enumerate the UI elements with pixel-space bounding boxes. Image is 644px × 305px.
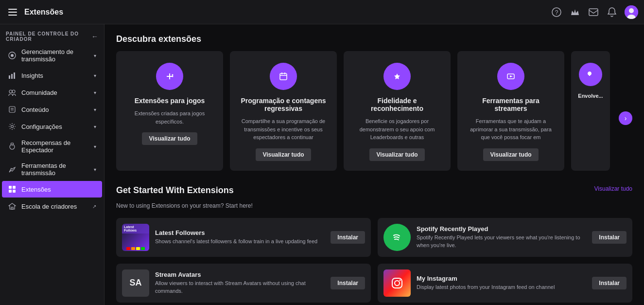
schedule-view-all-button[interactable]: Visualizar tudo [256, 148, 311, 161]
sidebar-item-viewer-rewards[interactable]: Recompensas de Espectador ▾ [2, 135, 102, 158]
stream-tools-icon [8, 165, 17, 174]
games-icon [156, 63, 183, 90]
games-card-title: Extensões para jogos [135, 97, 205, 105]
mail-icon[interactable] [588, 6, 599, 18]
sidebar-item-label: Gerenciamento de transmissão [21, 48, 89, 63]
avatar[interactable] [625, 5, 638, 19]
sidebar-item-community[interactable]: Comunidade ▾ [2, 84, 102, 101]
loyalty-view-all-button[interactable]: Visualizar tudo [369, 148, 424, 161]
stream-avatars-thumb: SA [122, 269, 149, 297]
sidebar-item-label: Insights [21, 72, 89, 79]
engage-icon [579, 63, 602, 86]
sidebar-item-label: Conteúdo [21, 106, 89, 113]
svg-point-28 [277, 70, 290, 83]
stream-avatars-desc: Allow viewers to interact with Stream Av… [155, 280, 325, 295]
svg-point-8 [11, 54, 14, 57]
spotify-thumb [383, 224, 411, 251]
chevron-down-icon: ▾ [94, 90, 96, 95]
svg-rect-21 [13, 186, 16, 189]
spotify-name: Spotify Recently Played [417, 225, 586, 233]
sidebar-collapse-button[interactable]: ← [91, 33, 98, 40]
latest-followers-info: Latest Followers Shows channel's latest … [155, 229, 325, 245]
svg-text:?: ? [555, 9, 558, 16]
insights-icon [8, 71, 17, 80]
latest-followers-desc: Shows channel's latest followers & follo… [155, 238, 325, 245]
sidebar-item-extensions[interactable]: Extensões [2, 181, 102, 197]
stream-management-icon [8, 51, 17, 60]
latest-followers-name: Latest Followers [155, 229, 325, 236]
content-icon [8, 105, 17, 114]
sidebar-item-label: Configurações [21, 123, 89, 130]
topbar: Extensões ? [0, 0, 644, 24]
chevron-down-icon: ▾ [94, 107, 96, 112]
get-started-subtitle: New to using Extensions on your stream? … [116, 202, 253, 209]
sidebar-item-label: Recompensas de Espectador [21, 139, 89, 154]
extension-list: Latest Follows Latest Followers Shows ch… [116, 218, 632, 303]
chevron-down-icon: ▾ [94, 73, 96, 78]
sidebar-item-content[interactable]: Conteúdo ▾ [2, 101, 102, 118]
sidebar-item-stream-management[interactable]: Gerenciamento de transmissão ▾ [2, 44, 102, 67]
viewer-rewards-icon [8, 142, 17, 151]
instagram-thumb [383, 269, 411, 297]
scroll-right-button[interactable]: › [619, 111, 632, 125]
sidebar-item-label: Extensões [21, 186, 96, 193]
discover-section: Descubra extensões Extensões para jogos … [116, 34, 632, 185]
get-started-view-all-link[interactable]: Visualizar tudo [594, 185, 633, 192]
stream-avatars-install-button[interactable]: Instalar [331, 277, 365, 289]
sidebar-item-stream-tools[interactable]: Ferramentas de transmissão ▾ [2, 158, 102, 180]
list-item-latest-followers: Latest Follows Latest Followers Shows ch… [116, 218, 371, 257]
streamer-tools-icon [497, 63, 524, 90]
games-view-all-button[interactable]: Visualizar tudo [142, 132, 197, 145]
ext-card-loyalty: Fidelidade e reconhecimento Beneficie os… [344, 51, 451, 171]
community-icon [8, 88, 17, 97]
svg-point-5 [629, 8, 634, 13]
games-card-desc: Extensões criadas para jogos específicos… [124, 109, 215, 126]
sidebar-item-settings[interactable]: Configurações ▾ [2, 118, 102, 135]
schedule-icon [270, 63, 297, 90]
instagram-name: My Instagram [417, 275, 586, 282]
stream-avatars-info: Stream Avatars Allow viewers to interact… [155, 271, 325, 295]
loyalty-icon [383, 63, 411, 90]
svg-point-12 [9, 90, 12, 93]
loyalty-card-desc: Beneficie os jogadores por demonstrarem … [351, 117, 443, 142]
svg-rect-10 [11, 74, 13, 79]
sidebar: PAINEL DE CONTROLE DO CRIADOR ← Gerencia… [0, 24, 104, 305]
bell-icon[interactable] [606, 6, 618, 18]
creator-school-icon [8, 202, 17, 211]
main-content: Descubra extensões Extensões para jogos … [104, 24, 644, 305]
get-started-header: Get Started With Extensions New to using… [116, 185, 632, 216]
svg-rect-24 [11, 207, 13, 209]
crown-icon[interactable] [569, 6, 581, 18]
svg-point-41 [400, 279, 401, 281]
latest-followers-install-button[interactable]: Instalar [331, 231, 365, 244]
external-link-icon: ↗ [92, 204, 96, 209]
svg-rect-11 [14, 72, 15, 79]
topbar-actions: ? [551, 5, 638, 19]
menu-button[interactable] [6, 5, 19, 19]
spotify-info: Spotify Recently Played Spotify Recently… [417, 225, 586, 249]
spotify-install-button[interactable]: Instalar [592, 231, 627, 244]
sidebar-section-label: PAINEL DE CONTROLE DO CRIADOR ← [0, 24, 104, 44]
svg-point-27 [172, 76, 174, 77]
help-icon[interactable]: ? [551, 6, 562, 18]
svg-rect-20 [9, 186, 12, 189]
ext-card-engage: Envolve... [571, 51, 610, 171]
svg-rect-3 [589, 9, 598, 16]
sidebar-item-insights[interactable]: Insights ▾ [2, 67, 102, 84]
svg-point-26 [172, 74, 174, 76]
chevron-down-icon: ▾ [94, 53, 96, 58]
schedule-card-title: Programação e contagens regressivas [238, 97, 329, 112]
get-started-title: Get Started With Extensions [116, 185, 253, 196]
sidebar-item-label: Comunidade [21, 89, 89, 96]
streamer-tools-card-title: Ferramentas para streamers [465, 97, 557, 112]
spotify-desc: Spotify Recently Played lets your viewer… [417, 234, 586, 249]
svg-rect-14 [9, 107, 15, 112]
streamer-tools-card-desc: Ferramentas que te ajudam a aprimorar a … [465, 117, 557, 142]
instagram-install-button[interactable]: Instalar [592, 277, 627, 289]
page-title: Extensões [24, 8, 546, 17]
chevron-down-icon: ▾ [94, 167, 96, 172]
list-item-spotify: Spotify Recently Played Spotify Recently… [378, 218, 632, 257]
streamer-tools-view-all-button[interactable]: Visualizar tudo [483, 148, 538, 161]
instagram-info: My Instagram Display latest photos from … [417, 275, 586, 291]
sidebar-item-creator-school[interactable]: Escola de criadores ↗ [2, 198, 102, 215]
